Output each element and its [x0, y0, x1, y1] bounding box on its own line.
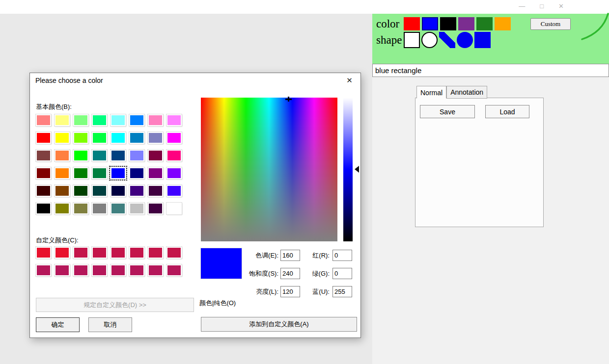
color-swatch[interactable]: [111, 185, 126, 197]
color-swatch[interactable]: [111, 247, 126, 259]
color-swatch[interactable]: [476, 17, 493, 30]
color-swatch[interactable]: [111, 264, 126, 276]
color-swatch[interactable]: [55, 185, 70, 197]
color-swatch[interactable]: [111, 150, 126, 161]
color-swatch[interactable]: [129, 114, 144, 126]
red-input[interactable]: [332, 250, 352, 261]
color-swatch[interactable]: [73, 150, 88, 161]
color-swatch[interactable]: [129, 167, 144, 179]
toolbar-shape-line[interactable]: [439, 32, 455, 48]
hue-input[interactable]: [280, 250, 300, 261]
color-swatch[interactable]: [92, 167, 107, 179]
color-swatch[interactable]: [166, 132, 182, 144]
color-swatch[interactable]: [92, 247, 107, 259]
color-swatch[interactable]: [166, 150, 182, 161]
color-swatch[interactable]: [92, 150, 107, 161]
color-swatch[interactable]: [111, 203, 126, 214]
color-swatch[interactable]: [148, 167, 163, 179]
color-swatch[interactable]: [148, 185, 163, 197]
ok-button[interactable]: 确定: [36, 317, 80, 332]
saturation-input[interactable]: [280, 268, 300, 279]
color-swatch[interactable]: [148, 264, 163, 276]
color-swatch[interactable]: [129, 150, 144, 161]
color-swatch[interactable]: [111, 132, 126, 144]
color-swatch[interactable]: [36, 114, 51, 126]
color-swatch[interactable]: [73, 185, 88, 197]
luminance-slider[interactable]: [343, 98, 353, 241]
color-swatch[interactable]: [148, 150, 163, 161]
color-swatch[interactable]: [166, 185, 182, 197]
color-swatch[interactable]: [55, 167, 70, 179]
custom-color-button[interactable]: Custom: [530, 18, 571, 30]
color-swatch[interactable]: [55, 247, 70, 259]
color-swatch[interactable]: [36, 185, 51, 197]
color-swatch[interactable]: [422, 17, 438, 30]
color-swatch[interactable]: [458, 17, 474, 30]
color-swatch[interactable]: [129, 203, 144, 214]
color-swatch[interactable]: [73, 203, 88, 214]
color-swatch[interactable]: [36, 167, 51, 179]
color-swatch[interactable]: [36, 247, 51, 259]
toolbar-shape-rect-filled[interactable]: [474, 32, 491, 48]
tab-annotation[interactable]: Annotation: [446, 86, 487, 99]
color-swatch[interactable]: [55, 114, 70, 126]
color-swatch[interactable]: [73, 114, 88, 126]
color-swatch[interactable]: [495, 17, 511, 30]
color-swatch[interactable]: [129, 247, 144, 259]
save-button[interactable]: Save: [420, 105, 475, 118]
color-swatch[interactable]: [148, 114, 163, 126]
color-swatch[interactable]: [166, 114, 182, 126]
color-swatch[interactable]: [92, 264, 107, 276]
minimize-button[interactable]: —: [519, 2, 525, 10]
color-swatch[interactable]: [55, 264, 70, 276]
app-window: — □ ✕ color Custom shape blue rectangle …: [0, 0, 609, 364]
color-swatch[interactable]: [36, 203, 51, 214]
toolbar-shape-circle-filled[interactable]: [457, 32, 473, 48]
color-swatch[interactable]: [166, 264, 182, 276]
cancel-button[interactable]: 取消: [88, 317, 132, 332]
status-text-field[interactable]: blue rectangle: [372, 64, 609, 77]
color-swatch[interactable]: [129, 132, 144, 144]
toolbar-shape-circle-outline[interactable]: [421, 32, 438, 48]
color-swatch[interactable]: [148, 203, 163, 214]
color-swatch[interactable]: [73, 167, 88, 179]
color-swatch[interactable]: [36, 132, 51, 144]
color-swatch[interactable]: [166, 247, 182, 259]
add-to-custom-colors-button[interactable]: 添加到自定义颜色(A): [201, 317, 357, 332]
green-input[interactable]: [332, 268, 352, 279]
hue-saturation-field[interactable]: [201, 98, 337, 241]
luminance-input[interactable]: [280, 286, 300, 297]
color-swatch[interactable]: [92, 203, 107, 214]
color-swatch[interactable]: [148, 247, 163, 259]
close-button[interactable]: ✕: [558, 2, 564, 10]
color-swatch[interactable]: [440, 17, 456, 30]
color-swatch[interactable]: [92, 132, 107, 144]
color-swatch[interactable]: [129, 264, 144, 276]
color-swatch[interactable]: [92, 114, 107, 126]
color-swatch[interactable]: [111, 167, 126, 179]
maximize-button[interactable]: □: [540, 2, 544, 10]
selected-color-preview: [201, 248, 242, 279]
luminance-slider-arrow[interactable]: [355, 166, 359, 173]
toolbar-shape-rect-outline[interactable]: [404, 32, 420, 48]
color-swatch[interactable]: [404, 17, 420, 30]
color-swatch[interactable]: [55, 203, 70, 214]
load-button[interactable]: Load: [485, 105, 529, 118]
color-dialog: Please choose a color ✕ 基本颜色(B): 自定义颜色(C…: [29, 73, 361, 338]
color-swatch[interactable]: [92, 185, 107, 197]
color-swatch[interactable]: [55, 132, 70, 144]
tab-normal[interactable]: Normal: [416, 86, 446, 99]
color-swatch[interactable]: [36, 150, 51, 161]
color-swatch[interactable]: [111, 114, 126, 126]
color-swatch[interactable]: [73, 247, 88, 259]
dialog-close-icon[interactable]: ✕: [338, 76, 360, 85]
color-swatch[interactable]: [36, 264, 51, 276]
blue-input[interactable]: [332, 286, 352, 297]
color-swatch[interactable]: [73, 264, 88, 276]
color-swatch[interactable]: [73, 132, 88, 144]
color-swatch[interactable]: [55, 150, 70, 161]
color-swatch[interactable]: [129, 185, 144, 197]
color-swatch[interactable]: [166, 203, 182, 214]
color-swatch[interactable]: [166, 167, 182, 179]
color-swatch[interactable]: [148, 132, 163, 144]
